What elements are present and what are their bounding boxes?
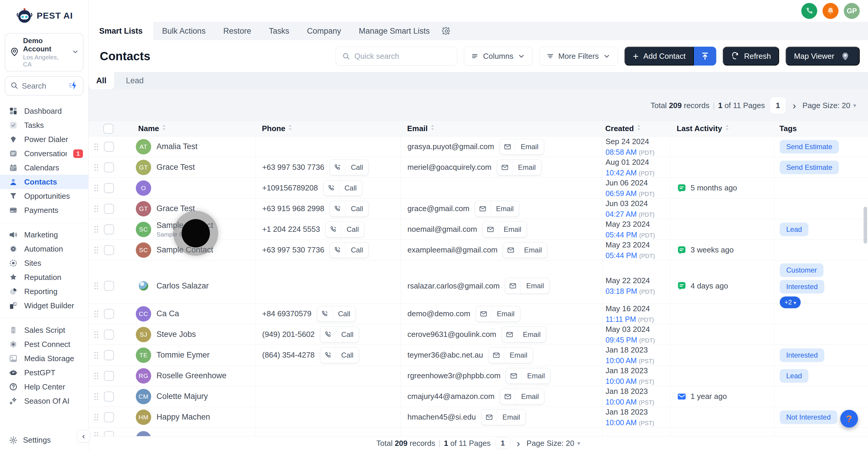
call-button[interactable]: Call <box>330 201 368 217</box>
sidebar-item-sites[interactable]: Sites <box>0 256 88 270</box>
email-button[interactable]: Email <box>502 327 546 342</box>
sidebar-item-pestgpt[interactable]: PestGPT <box>0 365 88 380</box>
tab-bulk-actions[interactable]: Bulk Actions <box>153 22 214 40</box>
help-button[interactable]: ? <box>840 410 858 427</box>
table-row[interactable]: CM Colette Majury cmajury44@amazon.com E… <box>89 386 868 407</box>
table-row[interactable] <box>89 427 868 436</box>
drag-handle-icon[interactable] <box>94 281 99 290</box>
sidebar-item-payments[interactable]: Payments <box>0 203 88 217</box>
sidebar-item-power-dialer[interactable]: Power Dialer <box>0 132 88 146</box>
table-row[interactable]: RG Roselle Greenhowe rgreenhowe3r@phpbb.… <box>89 365 868 386</box>
drag-handle-icon[interactable] <box>94 163 99 172</box>
smart-lists-settings-button[interactable] <box>438 22 454 40</box>
row-checkbox[interactable] <box>104 142 114 152</box>
contact-name[interactable]: Carlos Salazar <box>156 281 209 291</box>
tag-pill[interactable]: Customer <box>780 263 824 277</box>
email-button[interactable]: Email <box>475 201 519 217</box>
vertical-scrollbar[interactable] <box>864 207 867 244</box>
sidebar-item-opportunities[interactable]: Opportunities <box>0 189 88 203</box>
row-checkbox[interactable] <box>104 350 114 360</box>
select-all-checkbox[interactable] <box>103 124 113 134</box>
sidebar-item-automation[interactable]: Automation <box>0 242 88 256</box>
drag-handle-icon[interactable] <box>94 225 99 234</box>
dialer-button[interactable] <box>801 3 817 19</box>
sidebar-item-help-center[interactable]: Help Center <box>0 380 88 394</box>
table-row[interactable]: TE Tommie Eymer (864) 354-4278 Call teym… <box>89 345 868 365</box>
drag-handle-icon[interactable] <box>94 431 99 436</box>
quick-search-input[interactable] <box>354 52 451 61</box>
more-filters-button[interactable]: More Filters <box>539 47 618 65</box>
page-size-select[interactable]: Page Size: 20▾ <box>526 439 580 448</box>
sort-icon[interactable] <box>287 124 293 133</box>
table-row[interactable]: Carlos Salazar rsalazar.carlos@gmail.com… <box>89 261 868 304</box>
call-button[interactable]: Call <box>320 347 359 363</box>
call-button[interactable]: Call <box>323 180 362 196</box>
tab-restore[interactable]: Restore <box>214 22 260 40</box>
sidebar-item-reputation[interactable]: Reputation <box>0 270 88 284</box>
row-checkbox[interactable] <box>104 371 114 381</box>
email-button[interactable]: Email <box>497 159 541 175</box>
ai-sparkle-icon[interactable] <box>68 80 78 92</box>
account-switcher[interactable]: Demo Account Los Angeles, CA <box>5 33 84 71</box>
table-row[interactable]: AT Amalia Test grasya.puyot@gmail.com Em… <box>89 137 868 157</box>
tag-pill[interactable]: Lead <box>780 369 808 383</box>
next-page-button[interactable]: › <box>791 100 798 111</box>
row-checkbox[interactable] <box>104 162 114 173</box>
email-button[interactable]: Email <box>503 242 547 258</box>
drag-handle-icon[interactable] <box>94 330 99 339</box>
sort-icon[interactable] <box>161 124 167 133</box>
columns-button[interactable]: Columns <box>464 47 533 65</box>
row-checkbox[interactable] <box>104 224 114 235</box>
tab-all[interactable]: All <box>89 72 114 89</box>
contact-name[interactable]: Happy Machen <box>156 413 210 422</box>
settings-button[interactable]: Settings <box>0 430 88 450</box>
tab-lead[interactable]: Lead <box>114 72 156 89</box>
sidebar-item-pest-connect[interactable]: Pest Connect <box>0 337 88 351</box>
contact-name[interactable]: Colette Majury <box>156 392 208 401</box>
sidebar-search-input[interactable] <box>22 82 65 91</box>
call-button[interactable]: Call <box>330 242 368 258</box>
email-button[interactable]: Email <box>500 389 545 404</box>
drag-handle-icon[interactable] <box>94 246 99 254</box>
tab-tasks[interactable]: Tasks <box>260 22 298 40</box>
call-button[interactable]: Call <box>326 221 364 237</box>
sidebar-item-season-of-ai[interactable]: Season Of AI <box>0 394 88 408</box>
row-checkbox[interactable] <box>104 204 114 214</box>
sidebar-item-contacts[interactable]: Contacts <box>0 175 88 189</box>
drag-handle-icon[interactable] <box>94 184 99 192</box>
email-button[interactable]: Email <box>506 368 550 384</box>
email-button[interactable]: Email <box>500 139 544 155</box>
table-row[interactable]: GT Grace Test +63 997 530 7736 Call meri… <box>89 157 868 178</box>
sidebar-item-calendars[interactable]: Calendars <box>0 161 88 175</box>
sidebar-collapse-button[interactable]: ‹ <box>77 430 90 442</box>
contact-name[interactable]: Roselle Greenhowe <box>156 371 226 380</box>
sidebar-item-sales-script[interactable]: Sales Script <box>0 323 88 337</box>
drag-handle-icon[interactable] <box>94 371 99 380</box>
row-checkbox[interactable] <box>104 330 114 339</box>
refresh-button[interactable]: Refresh <box>723 47 779 65</box>
sidebar-item-dashboard[interactable]: Dashboard <box>0 104 88 118</box>
table-row[interactable]: O +109156789208 Call Jun 06 2024 0 <box>89 178 868 199</box>
call-button[interactable]: Call <box>317 306 356 322</box>
drag-handle-icon[interactable] <box>94 392 99 401</box>
drag-handle-icon[interactable] <box>94 413 99 422</box>
row-checkbox[interactable] <box>104 245 114 255</box>
row-checkbox[interactable] <box>104 392 114 401</box>
tab-smart-lists[interactable]: Smart Lists <box>89 22 153 40</box>
row-checkbox[interactable] <box>104 412 114 422</box>
quick-search[interactable] <box>336 47 457 65</box>
tag-pill[interactable]: Interested <box>780 349 824 362</box>
sort-icon[interactable] <box>430 124 435 133</box>
call-button[interactable]: Call <box>320 327 359 342</box>
current-page-box[interactable]: 1 <box>770 97 786 114</box>
table-row[interactable]: SJ Steve Jobs (949) 201-5602 Call cerove… <box>89 324 868 345</box>
user-avatar[interactable]: GP <box>844 3 860 19</box>
contact-name[interactable]: Amalia Test <box>156 142 197 151</box>
email-button[interactable]: Email <box>483 221 527 237</box>
tab-manage-smart-lists[interactable]: Manage Smart Lists <box>350 22 438 40</box>
table-row[interactable]: CC Ca Ca +84 69370579 Call demo@demo.com <box>89 304 868 324</box>
notifications-button[interactable] <box>823 3 838 19</box>
email-button[interactable]: Email <box>476 306 520 322</box>
current-page-box[interactable]: 1 <box>495 437 510 449</box>
tag-pill[interactable]: Send Estimate <box>780 161 839 174</box>
